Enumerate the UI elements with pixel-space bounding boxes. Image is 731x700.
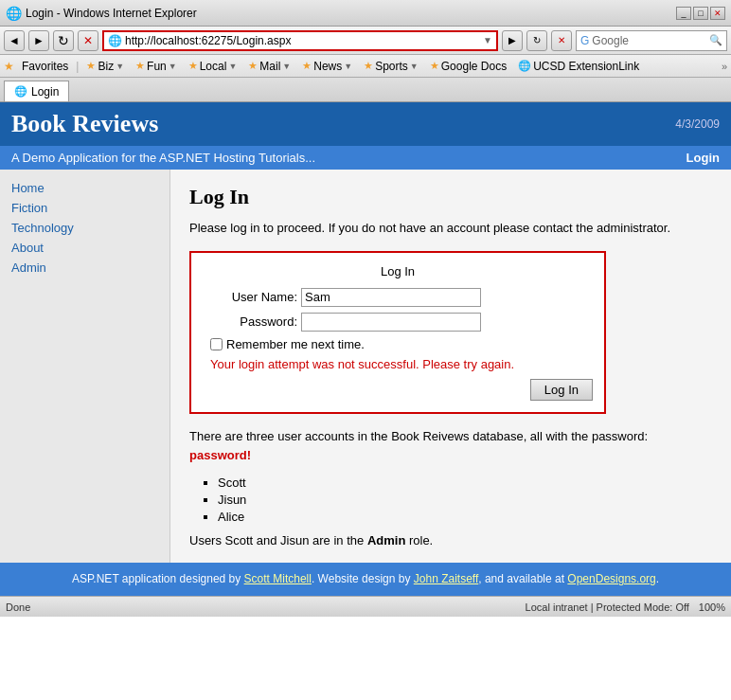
go-button[interactable]: ▶ — [502, 30, 523, 51]
url-text: http://localhost:62275/Login.aspx — [125, 34, 481, 47]
fav-googledocs-label: Google Docs — [441, 60, 507, 73]
sidebar-item-home[interactable]: Home — [11, 181, 158, 195]
fav-news[interactable]: ★ News ▼ — [298, 59, 356, 74]
footer-text-end: . — [656, 572, 659, 585]
fav-biz-icon: ★ — [86, 60, 96, 72]
page-container: Book Reviews 4/3/2009 A Demo Application… — [0, 102, 731, 596]
window-controls: _ □ ✕ — [676, 7, 725, 20]
favorites-label[interactable]: Favorites — [18, 59, 72, 74]
password-label: Password: — [203, 314, 297, 329]
stop2-button[interactable]: ✕ — [551, 30, 572, 51]
content-area: Log In Please log in to proceed. If you … — [170, 170, 731, 563]
password-input[interactable] — [301, 313, 481, 332]
address-bar[interactable]: 🌐 http://localhost:62275/Login.aspx ▼ — [102, 30, 498, 51]
user-alice: Alice — [218, 510, 712, 524]
username-row: User Name: — [203, 288, 593, 307]
status-zone: Local intranet | Protected Mode: Off — [526, 601, 689, 613]
footer-text-suffix: , and available at — [478, 572, 567, 585]
fav-googledocs-icon: ★ — [430, 60, 439, 72]
browser-titlebar: 🌐 Login - Windows Internet Explorer _ □ … — [0, 0, 731, 27]
status-zoom: 100% — [699, 601, 725, 613]
search-input[interactable]: Google — [589, 34, 709, 47]
footer-text-middle: . Website design by — [312, 572, 414, 585]
browser-toolbar: ◄ ► ↻ ✕ 🌐 http://localhost:62275/Login.a… — [0, 27, 731, 55]
close-button[interactable]: ✕ — [710, 7, 725, 20]
status-text: Done — [6, 601, 30, 613]
error-message: Your login attempt was not successful. P… — [210, 357, 593, 371]
site-footer: ASP.NET application designed by Scott Mi… — [0, 563, 731, 596]
site-title: Book Reviews — [11, 110, 158, 138]
status-right: Local intranet | Protected Mode: Off 100… — [526, 601, 725, 613]
tab-login[interactable]: 🌐 Login — [4, 81, 69, 101]
remember-row: Remember me next time. — [210, 337, 593, 351]
user-list: Scott Jisun Alice — [218, 476, 712, 524]
remember-label: Remember me next time. — [226, 337, 365, 351]
favorites-star-icon: ★ — [4, 60, 14, 73]
footer-author2-link[interactable]: John Zaitseff — [414, 572, 478, 585]
fav-sports-arrow: ▼ — [410, 62, 419, 71]
login-button[interactable]: Log In — [530, 379, 593, 401]
fav-local-icon: ★ — [188, 60, 198, 72]
intro-text: Please log in to proceed. If you do not … — [189, 219, 712, 238]
site-subtitle: A Demo Application for the ASP.NET Hosti… — [11, 151, 315, 165]
tab-page-icon: 🌐 — [14, 85, 27, 98]
search-bar[interactable]: G Google 🔍 — [576, 30, 727, 51]
admin-role: Admin — [367, 533, 405, 547]
fav-fun-arrow: ▼ — [169, 62, 177, 71]
fav-mail[interactable]: ★ Mail ▼ — [244, 59, 294, 74]
fav-mail-arrow: ▼ — [282, 62, 291, 71]
sidebar-item-technology[interactable]: Technology — [11, 221, 158, 235]
user-scott: Scott — [218, 476, 712, 490]
sidebar: Home Fiction Technology About Admin — [0, 170, 170, 563]
fav-biz[interactable]: ★ Biz ▼ — [82, 59, 128, 74]
fav-ucsd-icon: 🌐 — [518, 60, 531, 72]
dropdown-icon[interactable]: ▼ — [483, 35, 492, 45]
search-submit-icon[interactable]: 🔍 — [709, 34, 722, 46]
login-box: Log In User Name: Password: Remember me … — [189, 251, 606, 414]
fav-mail-label: Mail — [259, 60, 280, 73]
header-login-link[interactable]: Login — [686, 151, 720, 165]
fav-sports[interactable]: ★ Sports ▼ — [360, 59, 422, 74]
main-layout: Home Fiction Technology About Admin Log … — [0, 170, 731, 563]
refresh2-button[interactable]: ↻ — [526, 30, 547, 51]
refresh-button[interactable]: ↻ — [53, 30, 74, 51]
sidebar-item-admin[interactable]: Admin — [11, 260, 158, 275]
sidebar-item-about[interactable]: About — [11, 241, 158, 255]
maximize-button[interactable]: □ — [693, 7, 708, 20]
fav-news-label: News — [313, 60, 342, 73]
fav-fun[interactable]: ★ Fun ▼ — [132, 59, 181, 74]
user-jisun: Jisun — [218, 493, 712, 507]
favorites-bar: ★ Favorites | ★ Biz ▼ ★ Fun ▼ ★ Local ▼ … — [0, 55, 731, 78]
site-subtitle-bar: A Demo Application for the ASP.NET Hosti… — [0, 146, 731, 170]
fav-ucsd[interactable]: 🌐 UCSD ExtensionLink — [514, 59, 643, 74]
minimize-button[interactable]: _ — [676, 7, 691, 20]
page-heading: Log In — [189, 185, 712, 209]
back-button[interactable]: ◄ — [4, 30, 25, 51]
username-input[interactable] — [301, 288, 481, 307]
fav-mail-icon: ★ — [248, 60, 258, 72]
stop-button[interactable]: ✕ — [78, 30, 98, 51]
fav-local[interactable]: ★ Local ▼ — [185, 59, 241, 74]
info-text-prefix: There are three user accounts in the Boo… — [189, 429, 648, 443]
footer-site-link[interactable]: OpenDesigns.org — [567, 572, 655, 585]
sidebar-item-fiction[interactable]: Fiction — [11, 201, 158, 215]
site-header: Book Reviews 4/3/2009 — [0, 102, 731, 146]
favbar-more[interactable]: » — [722, 61, 727, 72]
forward-button[interactable]: ► — [28, 30, 49, 51]
remember-checkbox[interactable] — [210, 338, 223, 350]
ie-icon: 🌐 — [6, 6, 22, 21]
password-hint: password! — [189, 448, 251, 462]
fav-googledocs[interactable]: ★ Google Docs — [426, 59, 510, 74]
admin-note-suffix: role. — [405, 533, 433, 547]
window-title: Login - Windows Internet Explorer — [26, 7, 197, 20]
password-row: Password: — [203, 313, 593, 332]
fav-fun-icon: ★ — [135, 60, 145, 72]
fav-biz-label: Biz — [98, 60, 114, 73]
login-box-title: Log In — [203, 264, 593, 278]
browser-statusbar: Done Local intranet | Protected Mode: Of… — [0, 596, 731, 617]
info-text-1: There are three user accounts in the Boo… — [189, 427, 712, 467]
fav-local-label: Local — [200, 60, 227, 73]
footer-author1-link[interactable]: Scott Mitchell — [244, 572, 312, 585]
google-icon: G — [580, 34, 589, 47]
tab-label: Login — [31, 85, 59, 99]
